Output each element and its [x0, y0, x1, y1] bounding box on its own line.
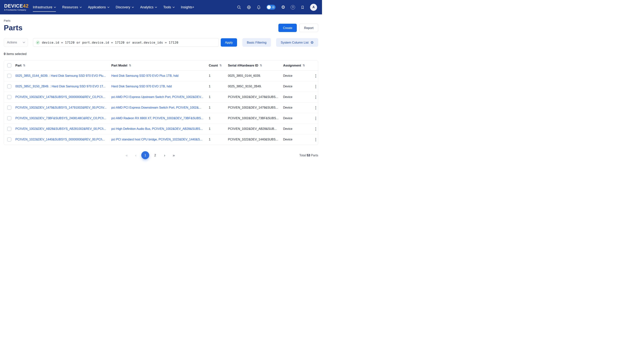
- count-cell: 1: [208, 124, 228, 134]
- row-checkbox[interactable]: [7, 137, 12, 142]
- part-link[interactable]: 0025_3855_0144_6039. : Hard Disk Samsung…: [15, 74, 106, 77]
- row-checkbox[interactable]: [7, 74, 12, 78]
- last-page-button[interactable]: »: [170, 152, 177, 159]
- nav-item-resources[interactable]: Resources: [62, 5, 82, 9]
- create-button[interactable]: Create: [278, 24, 297, 32]
- assignment-cell: Device: [283, 81, 312, 92]
- part-link[interactable]: PCI\VEN_1002&DEV_1478&SUBSYS_00000000&RE…: [15, 95, 105, 98]
- assignment-cell: Device: [283, 70, 312, 81]
- device42-logo[interactable]: DEVICE42 A Freshworks Company: [4, 3, 29, 11]
- sort-icon[interactable]: ⇅: [220, 64, 222, 67]
- table-row: PCI\VEN_1002&DEV_1478&SUBSYS_00000000&RE…: [4, 92, 318, 102]
- kebab-menu-icon[interactable]: ⋮: [313, 127, 318, 131]
- row-checkbox[interactable]: [7, 127, 12, 131]
- table-row: PCI\VEN_1002&DEV_AB28&SUBSYS_AB281002&RE…: [4, 124, 318, 134]
- sort-icon[interactable]: ⇅: [23, 64, 26, 67]
- next-page-button[interactable]: ›: [161, 152, 168, 159]
- part-link[interactable]: PCI\VEN_1002&DEV_AB28&SUBSYS_AB281002&RE…: [15, 127, 106, 130]
- chevron-down-icon: [172, 7, 175, 8]
- table-row: 0025_3855_0144_6039. : Hard Disk Samsung…: [4, 70, 318, 81]
- apply-button[interactable]: Apply: [221, 38, 237, 47]
- row-checkbox[interactable]: [7, 106, 12, 110]
- part-model-link[interactable]: pci AMD PCI Express Upstream Switch Port…: [111, 95, 203, 98]
- parts-table: Part⇅ Part Model⇅ Count⇅ Serial #/Hardwa…: [4, 60, 318, 145]
- part-model-link[interactable]: pci PCI standard host CPU bridge, PCI\VE…: [111, 138, 202, 141]
- report-button[interactable]: Report: [299, 24, 318, 32]
- assignment-cell: Device: [283, 113, 312, 124]
- chevron-down-icon: [107, 7, 110, 8]
- table-row: PCI\VEN_1022&DEV_1440&SUBSYS_00000000&RE…: [4, 134, 318, 145]
- page-button-1[interactable]: 1: [141, 151, 149, 159]
- nav-item-discovery[interactable]: Discovery: [116, 5, 134, 9]
- kebab-menu-icon[interactable]: ⋮: [313, 137, 318, 142]
- serial-cell: PCI\VEN_1002&DEV_AB28&SUB...: [228, 124, 283, 134]
- select-all-checkbox[interactable]: [7, 63, 12, 67]
- part-link[interactable]: 0025_385C_9150_2B49. : Hard Disk Samsung…: [15, 85, 106, 88]
- part-model-link[interactable]: Hard Disk Samsung SSD 970 EVO Plus 1TB, …: [111, 74, 178, 77]
- bookmark-icon[interactable]: [300, 5, 304, 9]
- part-model-link[interactable]: pci High Definition Audio Bus, PCI\VEN_1…: [111, 127, 203, 130]
- nav-item-analytics[interactable]: Analytics: [140, 5, 157, 9]
- filter-query-input[interactable]: [42, 41, 216, 44]
- gear-icon: ⚙: [310, 41, 314, 44]
- logo-subtitle: A Freshworks Company: [4, 9, 29, 11]
- sun-icon: [272, 6, 274, 9]
- actions-dropdown[interactable]: Actions: [4, 38, 28, 47]
- chevron-down-icon: [80, 7, 82, 8]
- column-header-count: Count: [209, 64, 218, 67]
- logo-text: DEVICE42: [4, 3, 29, 8]
- serial-cell: 0025_3855_0144_6039.: [228, 70, 283, 81]
- prev-page-button[interactable]: ‹: [132, 152, 140, 159]
- column-header-part-model: Part Model: [111, 64, 127, 67]
- nav-item-applications[interactable]: Applications: [88, 5, 110, 9]
- first-page-button[interactable]: «: [123, 152, 130, 159]
- system-column-list-button[interactable]: System Column List ⚙: [276, 38, 318, 47]
- page-title: Parts: [4, 24, 22, 32]
- sort-icon[interactable]: ⇅: [302, 64, 305, 67]
- row-checkbox[interactable]: [7, 95, 12, 99]
- table-row: 0025_385C_9150_2B49. : Hard Disk Samsung…: [4, 81, 318, 92]
- part-model-link[interactable]: pci AMD PCI Express Downstream Switch Po…: [111, 106, 201, 109]
- row-checkbox[interactable]: [7, 116, 12, 120]
- row-checkbox[interactable]: [7, 84, 12, 88]
- kebab-menu-icon[interactable]: ⋮: [313, 105, 318, 110]
- filter-bar: Actions ✓ Apply Basic Filtering System C…: [4, 38, 318, 47]
- selection-status: 0items selected: [4, 52, 318, 56]
- gear-icon[interactable]: ⚙: [281, 5, 285, 9]
- sort-icon[interactable]: ⇅: [260, 64, 262, 67]
- part-link[interactable]: PCI\VEN_1022&DEV_1440&SUBSYS_00000000&RE…: [15, 138, 105, 141]
- part-link[interactable]: PCI\VEN_1002&DEV_73BF&SUBSYS_2408148C&RE…: [15, 117, 106, 120]
- theme-toggle[interactable]: [266, 5, 276, 10]
- valid-check-icon: ✓: [36, 40, 40, 44]
- search-icon[interactable]: [237, 5, 241, 9]
- pagination: « ‹ 1 2 › »: [123, 151, 177, 159]
- topbar-icons: ⚙ ? A: [237, 4, 317, 11]
- avatar[interactable]: A: [310, 4, 317, 11]
- globe-icon[interactable]: [247, 5, 251, 9]
- basic-filtering-button[interactable]: Basic Filtering: [242, 38, 271, 47]
- assignment-cell: Device: [283, 134, 312, 145]
- nav-item-infrastructure[interactable]: Infrastructure: [33, 5, 56, 9]
- help-icon[interactable]: ?: [291, 5, 295, 9]
- kebab-menu-icon[interactable]: ⋮: [313, 116, 318, 120]
- part-model-link[interactable]: Hard Disk Samsung SSD 970 EVO 1TB, hdd: [111, 85, 172, 88]
- kebab-menu-icon[interactable]: ⋮: [313, 84, 318, 89]
- chevron-down-icon: [155, 7, 157, 8]
- count-cell: 1: [208, 113, 228, 124]
- serial-cell: 0025_385C_9150_2B49.: [228, 81, 283, 92]
- sort-icon[interactable]: ⇅: [129, 64, 131, 67]
- main-menu: Infrastructure Resources Applications Di…: [33, 0, 194, 14]
- page-button-2[interactable]: 2: [151, 151, 159, 159]
- table-row: PCI\VEN_1002&DEV_1479&SUBSYS_14791002&RE…: [4, 102, 318, 113]
- part-model-link[interactable]: pci AMD Radeon RX 6900 XT, PCI\VEN_1002&…: [111, 117, 204, 120]
- kebab-menu-icon[interactable]: ⋮: [313, 95, 318, 99]
- table-header-row: Part⇅ Part Model⇅ Count⇅ Serial #/Hardwa…: [4, 60, 318, 70]
- bell-icon[interactable]: [256, 5, 261, 9]
- column-header-part: Part: [15, 64, 22, 67]
- kebab-menu-icon[interactable]: ⋮: [313, 73, 318, 78]
- part-link[interactable]: PCI\VEN_1002&DEV_1479&SUBSYS_14791002&RE…: [15, 106, 106, 109]
- nav-item-insights-plus[interactable]: Insights+: [181, 5, 194, 9]
- nav-item-tools[interactable]: Tools: [163, 5, 175, 9]
- assignment-cell: Device: [283, 92, 312, 102]
- assignment-cell: Device: [283, 102, 312, 113]
